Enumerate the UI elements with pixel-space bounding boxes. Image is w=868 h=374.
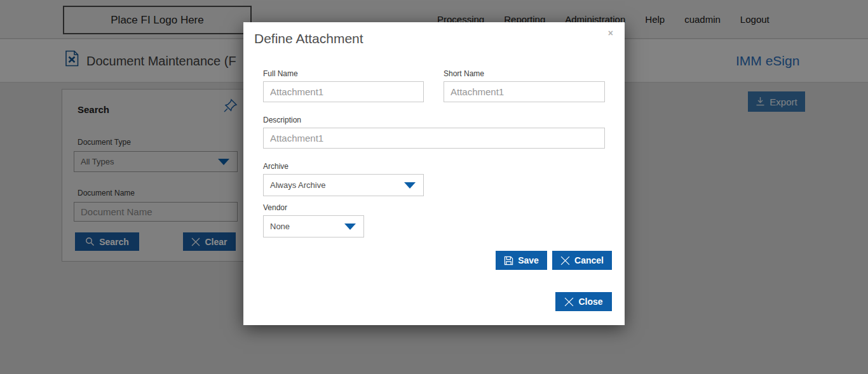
save-icon bbox=[504, 256, 513, 265]
full-name-input[interactable] bbox=[263, 81, 424, 102]
save-button[interactable]: Save bbox=[496, 251, 547, 270]
description-label: Description bbox=[263, 116, 301, 124]
dialog-close-icon[interactable]: × bbox=[608, 29, 613, 37]
full-name-label: Full Name bbox=[263, 69, 298, 78]
vendor-label: Vendor bbox=[263, 203, 287, 212]
close-button[interactable]: Close bbox=[555, 292, 612, 311]
short-name-label: Short Name bbox=[444, 69, 484, 78]
cancel-button[interactable]: Cancel bbox=[552, 251, 612, 270]
archive-select[interactable]: Always Archive bbox=[263, 174, 424, 196]
save-button-label: Save bbox=[518, 255, 539, 265]
close-button-label: Close bbox=[578, 297, 602, 307]
chevron-down-icon bbox=[404, 182, 416, 189]
archive-label: Archive bbox=[263, 162, 288, 171]
archive-value: Always Archive bbox=[264, 180, 404, 190]
screen: Place FI Logo Here Processing Reporting … bbox=[0, 0, 868, 374]
description-input[interactable] bbox=[263, 128, 605, 149]
dialog-title: Define Attachment bbox=[254, 31, 363, 46]
close-icon bbox=[564, 297, 574, 307]
chevron-down-icon bbox=[344, 224, 356, 230]
vendor-select[interactable]: None bbox=[263, 215, 364, 237]
vendor-value: None bbox=[264, 222, 344, 231]
define-attachment-dialog: Define Attachment × Full Name Short Name… bbox=[243, 22, 625, 325]
cancel-button-label: Cancel bbox=[574, 255, 604, 265]
short-name-input[interactable] bbox=[444, 81, 605, 102]
close-icon bbox=[560, 256, 570, 265]
